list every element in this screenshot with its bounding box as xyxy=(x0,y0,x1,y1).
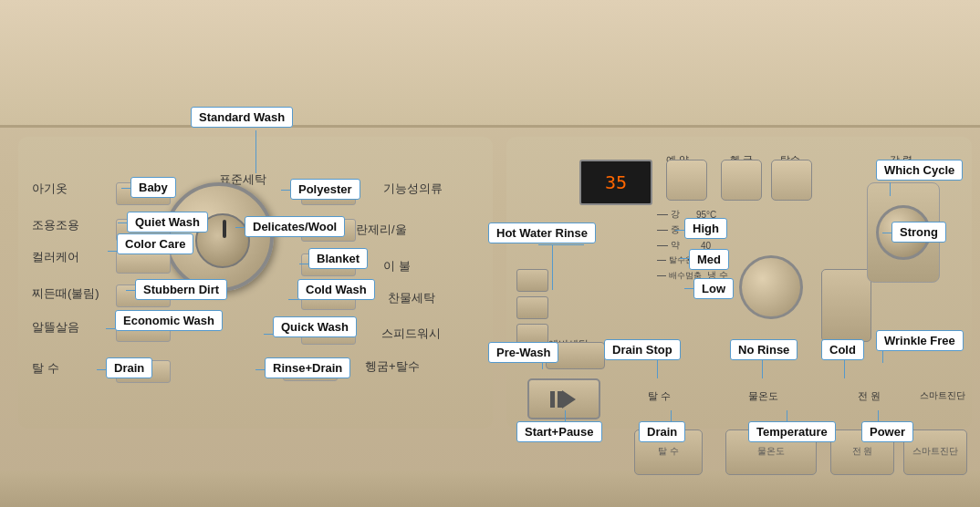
korean-color: 컬러케어 xyxy=(32,249,79,265)
korean-laundry: 란제리/울 xyxy=(356,222,407,238)
temperature-korean-label: 물온도 xyxy=(757,445,785,458)
korean-economic: 알뜰살음 xyxy=(32,319,79,336)
korean-quiet: 조용조용 xyxy=(32,217,79,233)
standard-wash-annotation: Standard Wash xyxy=(191,107,293,128)
quiet-wash-annotation: Quiet Wash xyxy=(127,212,208,233)
cycle-btn-1[interactable] xyxy=(516,269,548,292)
high-annotation: High xyxy=(684,218,727,239)
dial-indicator xyxy=(223,220,226,238)
drain-btn-annotation: Drain xyxy=(639,421,685,442)
pause-icon xyxy=(550,391,562,408)
display-value: 35 xyxy=(605,171,627,193)
temperature-annotation: Temperature xyxy=(748,421,836,442)
cold-annotation: Cold xyxy=(821,339,864,360)
med-annotation: Med xyxy=(689,249,729,270)
standard-wash-line xyxy=(255,130,256,173)
cold-wash-annotation: Cold Wash xyxy=(297,279,375,300)
drain-stop-annotation: Drain Stop xyxy=(604,339,681,360)
color-care-annotation: Color Care xyxy=(117,233,193,254)
korean-speed: 스피드워시 xyxy=(381,326,441,342)
delicates-wool-annotation: Delicates/Wool xyxy=(245,216,345,237)
rinse-drain-annotation: Rinse+Drain xyxy=(265,357,350,378)
play-icon xyxy=(562,390,576,409)
spin-knob[interactable] xyxy=(739,255,803,319)
blanket-annotation: Blanket xyxy=(308,248,368,269)
baby-annotation: Baby xyxy=(130,177,176,198)
footer-strip xyxy=(0,471,980,507)
korean-power: 전 원 xyxy=(858,389,881,403)
cycle-btn-2[interactable] xyxy=(516,296,548,319)
korean-temp: 물온도 xyxy=(748,389,778,403)
hot-water-rinse-line-v xyxy=(552,244,553,290)
stubbern-dirt-annotation: Stubbern Dirt xyxy=(135,279,227,300)
korean-drain2: 탈 수 xyxy=(648,389,671,403)
low-annotation: Low xyxy=(693,278,734,299)
rinse-button[interactable] xyxy=(721,160,762,201)
strong-annotation: Strong xyxy=(891,222,946,243)
polyester-annotation: Polyester xyxy=(290,179,360,200)
korean-cold: 찬물세탁 xyxy=(388,290,435,306)
korean-drain: 탈 수 xyxy=(32,360,59,377)
korean-blanket: 이 불 xyxy=(383,258,411,274)
economic-wash-annotation: Economic Wash xyxy=(115,310,223,331)
display-screen: 35 xyxy=(579,160,652,205)
which-cycle-line xyxy=(890,182,891,196)
korean-rinse-drain: 헹굼+탈수 xyxy=(365,358,420,375)
schedule-button[interactable] xyxy=(666,160,707,201)
dewater-button[interactable] xyxy=(771,160,812,201)
korean-smart: 스마트진단 xyxy=(920,389,965,402)
header-strip xyxy=(0,0,980,128)
drain-annotation: Drain xyxy=(106,357,152,378)
no-rinse-annotation: No Rinse xyxy=(730,339,798,360)
drain-korean-label: 탈 수 xyxy=(658,445,679,458)
start-pause-annotation: Start+Pause xyxy=(516,421,602,442)
hot-water-rinse-line-h xyxy=(538,244,584,245)
korean-baby: 아기옷 xyxy=(32,181,68,197)
wrinkle-free-button[interactable] xyxy=(821,269,871,342)
hot-water-rinse-annotation: Hot Water Rinse xyxy=(488,222,596,243)
which-cycle-annotation: Which Cycle xyxy=(876,160,963,181)
smart-korean-label: 스마트진단 xyxy=(912,445,958,458)
prewash-annotation: Pre-Wash xyxy=(488,342,558,363)
korean-functional: 기능성의류 xyxy=(383,181,443,197)
start-pause-area[interactable] xyxy=(527,378,600,419)
wrinkle-free-annotation: Wrinkle Free xyxy=(876,330,964,351)
power-korean-label: 전 원 xyxy=(852,445,873,458)
korean-stubbern: 찌든때(불림) xyxy=(32,285,99,302)
quick-wash-annotation: Quick Wash xyxy=(273,316,357,337)
power-annotation: Power xyxy=(861,421,913,442)
